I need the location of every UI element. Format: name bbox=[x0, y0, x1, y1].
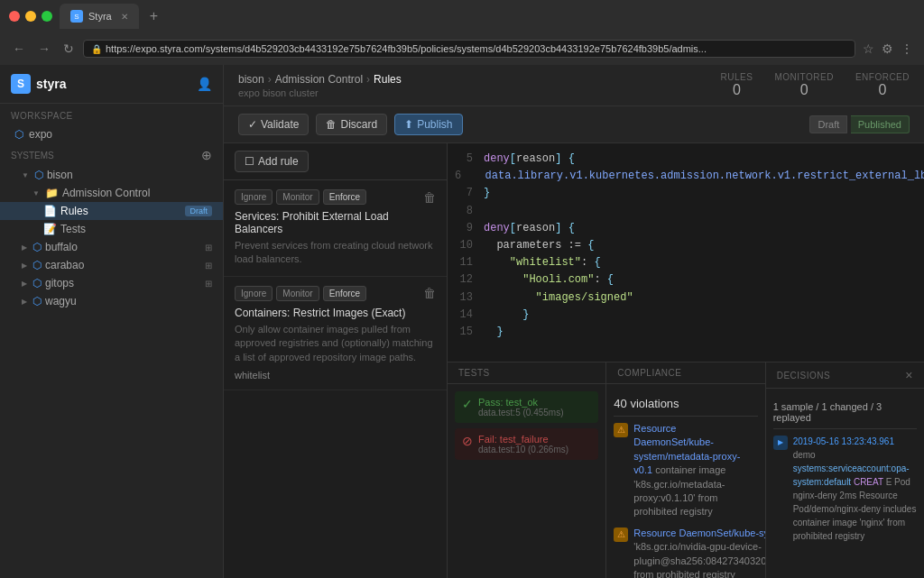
system-icon: ⬡ bbox=[32, 241, 42, 253]
tests-label: Tests bbox=[60, 223, 86, 235]
test-pass-details: Pass: test_ok data.test:5 (0.455ms) bbox=[478, 397, 564, 417]
sidebar-item-gitops[interactable]: ▶ ⬡ gitops ⊞ bbox=[0, 274, 223, 292]
tab-favicon: S bbox=[70, 10, 83, 23]
add-rule-button[interactable]: ☐ Add rule bbox=[235, 151, 309, 172]
main-content: bison › Admission Control › Rules expo b… bbox=[224, 65, 924, 578]
user-avatar-icon[interactable]: 👤 bbox=[197, 77, 212, 91]
browser-tab[interactable]: S Styra ✕ bbox=[60, 4, 139, 29]
add-system-button[interactable]: ⊕ bbox=[201, 148, 212, 162]
rule-2-enforce-button[interactable]: Enforce bbox=[323, 286, 366, 301]
decisions-summary: 1 sample / 1 changed / 3 replayed bbox=[773, 396, 917, 429]
sidebar-item-admission-control[interactable]: ▼ 📁 Admission Control bbox=[0, 184, 223, 202]
code-line: 5 deny[reason] { bbox=[448, 151, 924, 168]
system-name: wagyu bbox=[45, 295, 77, 307]
compliance-panel: COMPLIANCE 40 violations ⚠ Resource Daem… bbox=[606, 362, 765, 578]
logo-text: styra bbox=[36, 77, 66, 91]
decisions-panel-content: 1 sample / 1 changed / 3 replayed ▶ 2019… bbox=[766, 389, 924, 578]
compliance-panel-content: 40 violations ⚠ Resource DaemonSet/kube-… bbox=[606, 384, 764, 578]
rule-1-ignore-button[interactable]: Ignore bbox=[235, 189, 273, 205]
rule-2-monitor-button[interactable]: Monitor bbox=[276, 286, 319, 301]
line-number: 5 bbox=[455, 151, 473, 168]
folder-icon: 📁 bbox=[45, 187, 59, 199]
code-content[interactable]: 5 deny[reason] { 6 data.library.v1.kuber… bbox=[448, 143, 924, 362]
maximize-traffic-light[interactable] bbox=[42, 11, 52, 22]
forward-button[interactable]: → bbox=[34, 40, 54, 58]
menu-icon[interactable]: ⋮ bbox=[899, 40, 915, 58]
rule-1-enforce-button[interactable]: Enforce bbox=[323, 189, 366, 205]
content-area: ☐ Add rule Ignore Monitor Enforce bbox=[224, 143, 924, 578]
bookmark-icon[interactable]: ☆ bbox=[861, 40, 876, 58]
decisions-panel-label: DECISIONS bbox=[777, 371, 831, 381]
sidebar-item-rules[interactable]: 📄 Rules Draft bbox=[0, 202, 223, 220]
breadcrumb-rules: Rules bbox=[374, 73, 402, 86]
discard-button[interactable]: 🗑 Discard bbox=[316, 114, 387, 135]
code-line: 9 deny[reason] { bbox=[448, 220, 924, 237]
monitored-stat-value: 0 bbox=[774, 82, 833, 98]
sidebar-item-tests[interactable]: 📝 Tests bbox=[0, 220, 223, 238]
rule-1-monitor-button[interactable]: Monitor bbox=[276, 189, 319, 205]
rule-1-delete-icon[interactable]: 🗑 bbox=[423, 190, 436, 205]
back-button[interactable]: ← bbox=[9, 40, 29, 58]
sidebar-item-bison[interactable]: ▼ ⬡ bison bbox=[0, 166, 223, 184]
rule-2-title: Containers: Restrict Images (Exact) bbox=[235, 307, 436, 319]
test-fail-name: Fail: test_failure bbox=[478, 434, 568, 445]
test-pass-item: ✓ Pass: test_ok data.test:5 (0.455ms) bbox=[455, 391, 598, 423]
line-content: } bbox=[484, 324, 504, 341]
enforced-stat: ENFORCED 0 bbox=[855, 72, 910, 98]
header-stats: RULES 0 MONITORED 0 ENFORCED 0 bbox=[721, 72, 910, 98]
sidebar-item-wagyu[interactable]: ▶ ⬡ wagyu bbox=[0, 292, 223, 310]
test-pass-detail: data.test:5 (0.455ms) bbox=[478, 408, 564, 417]
rule-1-description: Prevent services from creating cloud net… bbox=[235, 239, 436, 267]
expand-icon: ⊞ bbox=[205, 243, 212, 252]
rules-stat: RULES 0 bbox=[721, 72, 753, 98]
workspace-expo-item[interactable]: ⬡ expo bbox=[0, 124, 223, 144]
rule-2-delete-icon[interactable]: 🗑 bbox=[423, 286, 436, 300]
add-rule-label: Add rule bbox=[258, 155, 299, 168]
system-icon: ⬡ bbox=[32, 259, 42, 271]
rules-toolbar: ☐ Add rule bbox=[224, 143, 447, 180]
sidebar-item-carabao[interactable]: ▶ ⬡ carabao ⊞ bbox=[0, 256, 223, 274]
new-tab-button[interactable]: + bbox=[150, 8, 158, 24]
tab-close-button[interactable]: ✕ bbox=[121, 12, 128, 22]
systems-header: SYSTEMS ⊕ bbox=[0, 144, 223, 166]
folder-name: Admission Control bbox=[62, 187, 150, 199]
rule-card-1: Ignore Monitor Enforce 🗑 Services: Prohi… bbox=[224, 180, 447, 277]
main-header: bison › Admission Control › Rules expo b… bbox=[224, 65, 924, 106]
published-toggle-option[interactable]: Published bbox=[851, 115, 910, 133]
breadcrumb-admission-control[interactable]: Admission Control bbox=[275, 73, 363, 86]
publish-button[interactable]: ⬆ Publish bbox=[394, 114, 462, 135]
sidebar-item-buffalo[interactable]: ▶ ⬡ buffalo ⊞ bbox=[0, 238, 223, 256]
system-name: carabao bbox=[45, 259, 84, 271]
publish-label: Publish bbox=[417, 118, 452, 131]
decision-action: CREAT bbox=[854, 477, 883, 487]
rule-2-whitelist: whitelist bbox=[235, 370, 436, 381]
line-number: 9 bbox=[455, 220, 473, 237]
minimize-traffic-light[interactable] bbox=[25, 11, 36, 22]
extensions-icon[interactable]: ⚙ bbox=[880, 40, 895, 58]
tab-title: Styra bbox=[88, 11, 112, 22]
tests-panel: TESTS ✓ Pass: test_ok data.test:5 (0.455… bbox=[448, 362, 606, 578]
violation-item-1: ⚠ Resource DaemonSet/kube-system/metadat… bbox=[614, 422, 757, 519]
code-line: 14 } bbox=[448, 307, 924, 324]
decision-text-1: 2019-05-16 13:23:43.961 demo systems:ser… bbox=[793, 435, 917, 543]
discard-icon: 🗑 bbox=[326, 118, 337, 131]
url-bar[interactable]: 🔒 https://expo.styra.com/systems/d4b5292… bbox=[83, 40, 855, 58]
rule-2-ignore-button[interactable]: Ignore bbox=[235, 286, 273, 301]
system-icon: ⬡ bbox=[34, 169, 43, 181]
code-line: 6 data.library.v1.kubernetes.admission.n… bbox=[448, 168, 924, 185]
line-content: } bbox=[484, 185, 490, 202]
decisions-panel-close-button[interactable]: × bbox=[905, 368, 913, 382]
enforced-stat-label: ENFORCED bbox=[855, 72, 910, 82]
code-line: 11 "whitelist": { bbox=[448, 254, 924, 271]
draft-toggle-option[interactable]: Draft bbox=[809, 115, 847, 133]
code-line: 13 "images/signed" bbox=[448, 289, 924, 307]
line-number: 6 bbox=[455, 168, 461, 185]
line-content: } bbox=[484, 307, 529, 324]
close-traffic-light[interactable] bbox=[9, 11, 20, 22]
validate-button[interactable]: ✓ Validate bbox=[238, 114, 309, 135]
breadcrumb-bison[interactable]: bison bbox=[238, 73, 264, 86]
reload-button[interactable]: ↻ bbox=[60, 40, 78, 58]
violation-resource: Resource DaemonSet/kube-system/nvidia-gp… bbox=[633, 528, 764, 538]
rule-card-2: Ignore Monitor Enforce 🗑 Containers: Res… bbox=[224, 277, 447, 390]
rules-stat-value: 0 bbox=[721, 82, 753, 98]
